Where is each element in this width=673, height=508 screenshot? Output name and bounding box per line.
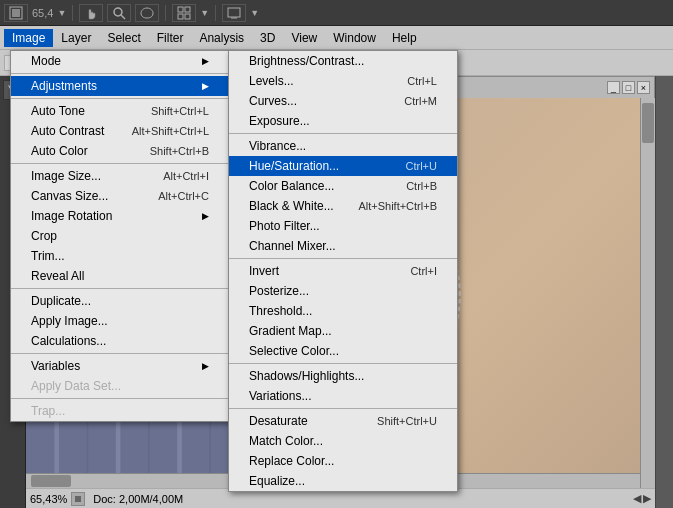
adj-threshold[interactable]: Threshold... bbox=[229, 301, 457, 321]
menu-item-trap: Trap... bbox=[11, 401, 229, 421]
svg-rect-8 bbox=[228, 8, 240, 17]
adj-vibrance[interactable]: Vibrance... bbox=[229, 136, 457, 156]
sep-3 bbox=[11, 163, 229, 164]
svg-line-3 bbox=[121, 15, 125, 19]
adj-shadows-highlights[interactable]: Shadows/Highlights... bbox=[229, 366, 457, 386]
sep-2 bbox=[11, 98, 229, 99]
menu-layer[interactable]: Layer bbox=[53, 29, 99, 47]
adj-posterize[interactable]: Posterize... bbox=[229, 281, 457, 301]
adj-replace-color[interactable]: Replace Color... bbox=[229, 451, 457, 471]
menu-item-image-size[interactable]: Image Size... Alt+Ctrl+I bbox=[11, 166, 229, 186]
zoom-level: 65,43% bbox=[30, 493, 67, 505]
adj-gradient-map[interactable]: Gradient Map... bbox=[229, 321, 457, 341]
menu-item-auto-color[interactable]: Auto Color Shift+Ctrl+B bbox=[11, 141, 229, 161]
lasso-tool[interactable] bbox=[135, 4, 159, 22]
scroll-thumb-v[interactable] bbox=[642, 103, 654, 143]
doc-maximize-btn[interactable]: □ bbox=[622, 81, 635, 94]
adj-equalize[interactable]: Equalize... bbox=[229, 471, 457, 491]
adj-exposure[interactable]: Exposure... bbox=[229, 111, 457, 131]
svg-point-2 bbox=[114, 8, 122, 16]
menu-3d[interactable]: 3D bbox=[252, 29, 283, 47]
canvas-scrollbar-v[interactable] bbox=[640, 98, 655, 488]
menu-item-auto-tone[interactable]: Auto Tone Shift+Ctrl+L bbox=[11, 101, 229, 121]
menu-item-mode[interactable]: Mode bbox=[11, 51, 229, 71]
doc-minimize-btn[interactable]: _ bbox=[607, 81, 620, 94]
tool-icon-group: 65,4 ▼ bbox=[4, 4, 66, 22]
svg-rect-33 bbox=[75, 496, 81, 502]
menu-item-apply-image[interactable]: Apply Image... bbox=[11, 311, 229, 331]
scroll-thumb-h[interactable] bbox=[31, 475, 71, 487]
menu-item-calculations[interactable]: Calculations... bbox=[11, 331, 229, 351]
svg-rect-4 bbox=[178, 7, 183, 12]
adj-black-white[interactable]: Black & White... Alt+Shift+Ctrl+B bbox=[229, 196, 457, 216]
menu-window[interactable]: Window bbox=[325, 29, 384, 47]
adj-color-balance[interactable]: Color Balance... Ctrl+B bbox=[229, 176, 457, 196]
view-arrow[interactable]: ▼ bbox=[200, 8, 209, 18]
menu-item-trim[interactable]: Trim... bbox=[11, 246, 229, 266]
toolbar-sep-1 bbox=[72, 5, 73, 21]
menu-item-duplicate[interactable]: Duplicate... bbox=[11, 291, 229, 311]
menu-item-adjustments[interactable]: Adjustments bbox=[11, 76, 229, 96]
tool-icon-1[interactable] bbox=[4, 4, 28, 22]
adj-sep-4 bbox=[229, 408, 457, 409]
doc-close-btn[interactable]: × bbox=[637, 81, 650, 94]
adj-brightness-contrast[interactable]: Brightness/Contrast... bbox=[229, 51, 457, 71]
menu-item-auto-contrast[interactable]: Auto Contrast Alt+Shift+Ctrl+L bbox=[11, 121, 229, 141]
sep-5 bbox=[11, 353, 229, 354]
svg-rect-6 bbox=[178, 14, 183, 19]
adj-sep-1 bbox=[229, 133, 457, 134]
adjustments-submenu: Brightness/Contrast... Levels... Ctrl+L … bbox=[228, 50, 458, 492]
nav-arrows: ◀ ▶ bbox=[633, 492, 651, 505]
adj-variations[interactable]: Variations... bbox=[229, 386, 457, 406]
adj-selective-color[interactable]: Selective Color... bbox=[229, 341, 457, 361]
nav-left[interactable]: ◀ bbox=[633, 492, 641, 505]
hand-tool[interactable] bbox=[79, 4, 103, 22]
toolbar-sep-3 bbox=[215, 5, 216, 21]
nav-right[interactable]: ▶ bbox=[643, 492, 651, 505]
svg-rect-5 bbox=[185, 7, 190, 12]
zoom-tool[interactable] bbox=[107, 4, 131, 22]
adj-photo-filter[interactable]: Photo Filter... bbox=[229, 216, 457, 236]
menu-select[interactable]: Select bbox=[99, 29, 148, 47]
sep-6 bbox=[11, 398, 229, 399]
toolbar-sep-2 bbox=[165, 5, 166, 21]
adj-channel-mixer[interactable]: Channel Mixer... bbox=[229, 236, 457, 256]
adj-curves[interactable]: Curves... Ctrl+M bbox=[229, 91, 457, 111]
svg-rect-1 bbox=[12, 9, 20, 17]
coord-arrow[interactable]: ▼ bbox=[57, 8, 66, 18]
adj-match-color[interactable]: Match Color... bbox=[229, 431, 457, 451]
doc-titlebar-buttons: _ □ × bbox=[607, 81, 650, 94]
menu-item-apply-data-set: Apply Data Set... bbox=[11, 376, 229, 396]
top-toolbar: 65,4 ▼ ▼ ▼ bbox=[0, 0, 673, 26]
view-toggle[interactable] bbox=[172, 4, 196, 22]
menu-item-canvas-size[interactable]: Canvas Size... Alt+Ctrl+C bbox=[11, 186, 229, 206]
menubar: Image Layer Select Filter Analysis 3D Vi… bbox=[0, 26, 673, 50]
coord-value: 65,4 bbox=[30, 7, 55, 19]
doc-info: Doc: 2,00M/4,00M bbox=[93, 493, 183, 505]
zoom-icon[interactable] bbox=[71, 492, 85, 506]
menu-analysis[interactable]: Analysis bbox=[191, 29, 252, 47]
menu-item-reveal-all[interactable]: Reveal All bbox=[11, 266, 229, 286]
menu-help[interactable]: Help bbox=[384, 29, 425, 47]
adj-invert[interactable]: Invert Ctrl+I bbox=[229, 261, 457, 281]
menu-item-variables[interactable]: Variables bbox=[11, 356, 229, 376]
svg-rect-7 bbox=[185, 14, 190, 19]
screen-arrow[interactable]: ▼ bbox=[250, 8, 259, 18]
screen-mode[interactable] bbox=[222, 4, 246, 22]
adj-hue-saturation[interactable]: Hue/Saturation... Ctrl+U bbox=[229, 156, 457, 176]
image-menu-dropdown: Mode Adjustments Auto Tone Shift+Ctrl+L … bbox=[10, 50, 230, 422]
menu-filter[interactable]: Filter bbox=[149, 29, 192, 47]
adj-desaturate[interactable]: Desaturate Shift+Ctrl+U bbox=[229, 411, 457, 431]
adj-levels[interactable]: Levels... Ctrl+L bbox=[229, 71, 457, 91]
right-panel bbox=[655, 76, 673, 508]
adj-sep-2 bbox=[229, 258, 457, 259]
menu-view[interactable]: View bbox=[283, 29, 325, 47]
adj-sep-3 bbox=[229, 363, 457, 364]
sep-4 bbox=[11, 288, 229, 289]
menu-image[interactable]: Image bbox=[4, 29, 53, 47]
menu-item-crop[interactable]: Crop bbox=[11, 226, 229, 246]
sep-1 bbox=[11, 73, 229, 74]
menu-item-image-rotation[interactable]: Image Rotation bbox=[11, 206, 229, 226]
